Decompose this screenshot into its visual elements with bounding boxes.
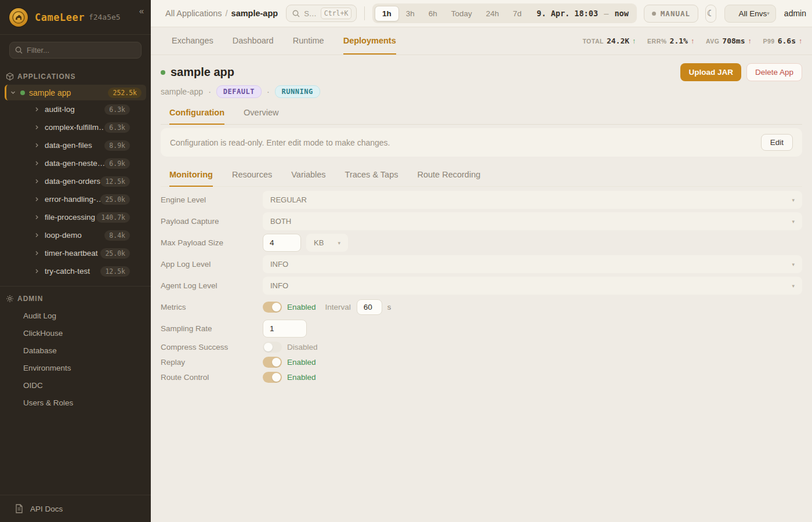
edit-button[interactable]: Edit	[761, 134, 793, 151]
subtab-traces-taps[interactable]: Traces & Taps	[345, 170, 398, 187]
tab-runtime[interactable]: Runtime	[293, 27, 324, 55]
chevron-right-icon	[34, 197, 39, 202]
page-content: sample app Upload JAR Delete App sample-…	[151, 55, 812, 522]
time-range-custom[interactable]: 9. Apr. 18:03 — now	[528, 9, 634, 18]
payload-unit-select[interactable]: KB ▾	[306, 234, 348, 252]
chevron-right-icon	[34, 251, 39, 256]
sidebar-item-complex-fulfillm[interactable]: complex-fulfillm…6.3k	[0, 118, 151, 136]
sidebar-item-file-processing[interactable]: file-processing140.7k	[0, 208, 151, 226]
replay-toggle[interactable]	[263, 357, 282, 368]
route-count-badge: 140.7k	[96, 212, 130, 223]
gear-icon	[6, 295, 14, 303]
monitoring-form: Engine Level REGULAR ▾ Payload Capture B…	[161, 189, 802, 385]
sampling-rate-input[interactable]	[263, 320, 307, 338]
sidebar-item-environments[interactable]: Environments	[0, 359, 151, 376]
api-docs-link[interactable]: API Docs	[0, 495, 151, 522]
sidebar-item-data-gen-files[interactable]: data-gen-files8.9k	[0, 136, 151, 154]
applications-section-label: APPLICATIONS	[17, 72, 75, 81]
time-range-3h[interactable]: 3h	[399, 6, 422, 21]
package-icon	[6, 72, 14, 81]
payload-capture-select[interactable]: BOTH ▾	[263, 212, 802, 230]
deployment-tabs: Configuration Overview	[161, 108, 802, 125]
sidebar-item-error-handling[interactable]: error-handling-…25.0k	[0, 190, 151, 208]
search-icon	[292, 10, 300, 17]
chevron-right-icon	[34, 107, 39, 112]
time-range-7d[interactable]: 7d	[506, 6, 528, 21]
global-search[interactable]: S… Ctrl+K	[286, 5, 357, 22]
app-children: audit-log6.3k complex-fulfillm…6.3k data…	[0, 100, 151, 280]
tab-configuration[interactable]: Configuration	[169, 108, 224, 125]
time-range-today[interactable]: Today	[444, 6, 479, 21]
sidebar-item-data-gen-orders[interactable]: data-gen-orders12.5k	[0, 172, 151, 190]
max-payload-size-input[interactable]	[263, 234, 301, 252]
compress-success-state: Disabled	[287, 343, 318, 351]
compress-success-toggle[interactable]	[263, 342, 282, 353]
refresh-mode-label: MANUAL	[661, 9, 690, 18]
breadcrumb-root[interactable]: All Applications	[165, 9, 222, 18]
subtab-route-recording[interactable]: Route Recording	[417, 170, 480, 187]
form-row-replay: Replay Enabled	[161, 354, 802, 369]
route-count-badge: 6.9k	[104, 158, 130, 169]
form-row-engine-level: Engine Level REGULAR ▾	[161, 189, 802, 211]
app-root: CameLeer f24a5e5 « APPLICATIONS sample	[0, 0, 812, 522]
time-range-1h[interactable]: 1h	[375, 6, 399, 21]
subtab-variables[interactable]: Variables	[291, 170, 325, 187]
trend-up-icon: ↑	[799, 37, 802, 45]
route-count-badge: 25.0k	[100, 194, 130, 205]
route-control-toggle[interactable]	[263, 372, 282, 383]
chevron-down-icon	[10, 90, 16, 95]
chevron-right-icon	[34, 215, 39, 220]
stat-err: ERR%2.1%↑	[647, 37, 694, 45]
sidebar-item-audit-log-admin[interactable]: Audit Log	[0, 307, 151, 324]
sidebar-item-users-roles[interactable]: Users & Roles	[0, 394, 151, 411]
sidebar-item-oidc[interactable]: OIDC	[0, 376, 151, 394]
search-placeholder: S…	[304, 9, 317, 18]
main-area: All Applications / sample-app S… Ctrl+K …	[151, 0, 812, 522]
user-menu[interactable]: admin	[784, 9, 806, 18]
route-count-badge: 8.9k	[104, 140, 130, 151]
theme-toggle-button[interactable]: ☾	[705, 5, 716, 23]
upload-jar-button[interactable]: Upload JAR	[680, 63, 741, 81]
collapse-sidebar-button[interactable]: «	[139, 6, 144, 16]
metrics-interval-input[interactable]	[357, 299, 382, 315]
agent-log-level-select[interactable]: INFO ▾	[263, 277, 802, 295]
readonly-banner: Configuration is read-only. Enter edit m…	[161, 128, 802, 157]
replay-state: Enabled	[287, 358, 316, 367]
tab-overview[interactable]: Overview	[244, 108, 278, 125]
engine-level-select[interactable]: REGULAR ▾	[263, 191, 802, 209]
sidebar-item-database[interactable]: Database	[0, 342, 151, 359]
sidebar-item-timer-heartbeat[interactable]: timer-heartbeat25.0k	[0, 244, 151, 262]
sidebar-item-loop-demo[interactable]: loop-demo8.4k	[0, 226, 151, 244]
tab-deployments[interactable]: Deployments	[343, 27, 396, 55]
time-range-6h[interactable]: 6h	[422, 6, 444, 21]
route-count-badge: 6.3k	[104, 104, 130, 115]
app-nav-row: Exchanges Dashboard Runtime Deployments …	[151, 27, 812, 55]
form-row-app-log-level: App Log Level INFO ▾	[161, 253, 802, 275]
time-range-24h[interactable]: 24h	[479, 6, 506, 21]
delete-app-button[interactable]: Delete App	[746, 63, 802, 81]
trend-up-icon: ↑	[748, 37, 752, 45]
metrics-toggle[interactable]	[263, 302, 282, 313]
search-shortcut: Ctrl+K	[321, 8, 352, 19]
app-log-level-select[interactable]: INFO ▾	[263, 255, 802, 273]
tab-dashboard[interactable]: Dashboard	[233, 27, 274, 55]
filter-input[interactable]	[27, 46, 136, 55]
app-subline: sample-app · DEFAULT · RUNNING	[161, 85, 802, 98]
brand-name: CameLeer	[35, 12, 85, 23]
sidebar-item-data-gen-neste[interactable]: data-gen-neste…6.9k	[0, 154, 151, 172]
env-select[interactable]: All Envs ▾	[724, 5, 776, 23]
sidebar-item-sample-app[interactable]: sample app 252.5k	[5, 85, 146, 100]
trend-up-icon: ↑	[632, 37, 636, 45]
subtab-monitoring[interactable]: Monitoring	[169, 170, 213, 187]
config-subtabs: Monitoring Resources Variables Traces & …	[161, 170, 802, 187]
app-id: sample-app	[161, 87, 203, 96]
refresh-mode-button[interactable]: MANUAL	[644, 5, 698, 23]
app-count-badge: 252.5k	[108, 88, 142, 98]
status-badge: RUNNING	[275, 85, 320, 98]
tab-exchanges[interactable]: Exchanges	[172, 27, 213, 55]
sidebar-item-clickhouse[interactable]: ClickHouse	[0, 324, 151, 342]
subtab-resources[interactable]: Resources	[232, 170, 272, 187]
sidebar-item-audit-log[interactable]: audit-log6.3k	[0, 100, 151, 118]
sidebar-filter[interactable]	[9, 42, 142, 59]
sidebar-item-try-catch-test[interactable]: try-catch-test12.5k	[0, 262, 151, 280]
